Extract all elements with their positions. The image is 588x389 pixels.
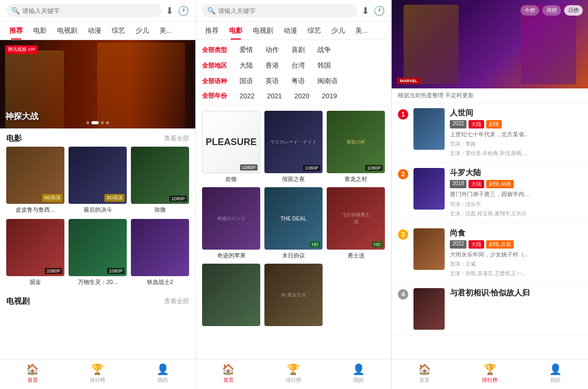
content-card-dragon[interactable]: 黄龍の村 1080P 黄龙之村 [327, 111, 385, 183]
left-tab-recommend[interactable]: 推荐 [4, 22, 28, 40]
content-card-miracle[interactable]: 奇迹のリンゴ 奇迹的苹果 [202, 187, 260, 260]
left-tab-tv[interactable]: 电视剧 [52, 22, 83, 40]
middle-profile-icon: 👤 [352, 363, 365, 375]
filter-2020[interactable]: 2020 [292, 91, 312, 101]
content-card-extra2[interactable]: 钢·魔金瓦传 [264, 264, 323, 328]
middle-tab-more[interactable]: 美... [350, 22, 373, 40]
movie-card-4[interactable]: 1080P 万物生灵：20... [69, 219, 127, 286]
right-tab-today[interactable]: 今榜 [520, 5, 539, 16]
movie-card-2[interactable]: 1080P 弥撒 [131, 147, 189, 214]
rank-title-4: 与君初相识·恰似故人归 [450, 288, 582, 298]
movie-card-1[interactable]: BD高清 最后的决斗 [69, 147, 127, 214]
middle-content-grid: PLEASURE 1080P 欢愉 マスカレード・ナイト 1080P 假面之夜 … [196, 106, 391, 333]
middle-tab-movie[interactable]: 电影 [224, 22, 248, 40]
filter-tw[interactable]: 台湾 [289, 60, 307, 71]
filter-year-label: 全部年份 [202, 92, 229, 100]
rank-tag-genre-1: 剧情 [486, 120, 502, 128]
middle-nav-profile[interactable]: 👤 我的 [326, 363, 391, 384]
ranking-item-2[interactable]: 2 斗罗大陆 2018 大陆 剧情,动画 唐门外门弟子唐三，因偷学内... 导演… [392, 163, 588, 223]
movie-card-3[interactable]: 1080P 掘金 [6, 219, 64, 286]
middle-tab-tv[interactable]: 电视剧 [248, 22, 278, 40]
rank-tags-1: 2022 大陆 剧情 [450, 120, 582, 128]
middle-history-icon[interactable]: 🕐 [373, 5, 385, 17]
left-nav-home[interactable]: 🏠 首页 [0, 363, 65, 384]
rank-title-1: 人世间 [450, 108, 582, 118]
filter-mainland[interactable]: 大陆 [237, 60, 255, 71]
rank-director-3: 导演：王威 [450, 261, 582, 268]
middle-tab-variety[interactable]: 综艺 [302, 22, 326, 40]
right-hero: MARVEL 今榜 周榜 日榜 [392, 0, 588, 88]
left-nav-profile[interactable]: 👤 我的 [130, 363, 195, 384]
content-thumb-warrior: 飞行保镖勇士连 HD [327, 187, 385, 250]
movie-card-5[interactable]: 铁血战士2 [131, 219, 189, 286]
ranking-item-1[interactable]: 1 人世间 2022 大陆 剧情 上世纪七十年代末，北方某省... 导演：李路 … [392, 103, 588, 163]
left-tv-more[interactable]: 查看全部 [164, 297, 189, 306]
right-nav-ranking[interactable]: 🏆 排行榜 [457, 363, 523, 384]
content-card-pleasure[interactable]: PLEASURE 1080P 欢愉 [202, 111, 260, 183]
filter-kr[interactable]: 韩国 [315, 60, 333, 71]
dot-3 [101, 121, 104, 124]
content-thumb-extra1 [202, 264, 260, 326]
filter-action[interactable]: 动作 [263, 44, 281, 56]
ranking-item-3[interactable]: 3 尚食 2022 大陆 剧情,古装 大明永乐年间，少女姚子衿（... 导演：王… [392, 223, 588, 283]
left-tab-variety[interactable]: 综艺 [106, 22, 130, 40]
filter-2021[interactable]: 2021 [265, 91, 284, 101]
right-bottom-nav: 🏠 首页 🏆 排行榜 👤 我的 [392, 359, 588, 389]
filter-hk[interactable]: 香港 [263, 60, 281, 71]
filter-comedy[interactable]: 喜剧 [289, 44, 307, 56]
movie-thumb-0: BD高清 [6, 147, 64, 204]
pleasure-quality: 1080P [240, 164, 258, 171]
middle-nav-home[interactable]: 🏠 首页 [196, 363, 261, 384]
filter-2022[interactable]: 2022 [237, 91, 257, 101]
filter-mandarin[interactable]: 国语 [237, 75, 255, 87]
rank-director-2: 导演：沈乐平 [450, 201, 582, 208]
filter-love[interactable]: 爱情 [237, 44, 255, 56]
warrior-quality: HD [372, 241, 383, 248]
middle-tab-anime[interactable]: 动漫 [278, 22, 302, 40]
left-tab-movie[interactable]: 电影 [28, 22, 52, 40]
middle-search-bar: 🔍 ⬇ 🕐 [196, 0, 391, 22]
left-tab-more[interactable]: 美... [154, 22, 177, 40]
left-tab-anime[interactable]: 动漫 [83, 22, 106, 40]
content-card-extra1[interactable] [202, 264, 260, 328]
left-search-input[interactable] [22, 7, 156, 15]
middle-home-icon: 🏠 [222, 363, 235, 375]
movie-card-0[interactable]: BD高清 皮皮鲁与鲁西... [6, 147, 64, 214]
middle-search-wrap[interactable]: 🔍 [202, 4, 357, 17]
left-hero-banner[interactable]: 腾讯视频 VIP 神探大战 [0, 40, 195, 128]
content-card-warrior[interactable]: 飞行保镖勇士连 HD 勇士连 [327, 187, 385, 260]
rank-tag-region-3: 大陆 [469, 240, 484, 249]
left-nav-ranking[interactable]: 🏆 排行榜 [65, 363, 130, 384]
rank-tag-year-2: 2018 [450, 180, 466, 188]
filter-hokkien[interactable]: 闽南语 [315, 75, 340, 87]
left-home-icon: 🏠 [26, 363, 39, 375]
filter-2019[interactable]: 2019 [320, 91, 339, 101]
middle-home-label: 首页 [223, 377, 234, 384]
filter-cantonese[interactable]: 粤语 [289, 75, 307, 87]
middle-search-input[interactable] [218, 7, 352, 15]
ranking-list: 1 人世间 2022 大陆 剧情 上世纪七十年代末，北方某省... 导演：李路 … [392, 103, 588, 359]
filter-war[interactable]: 战争 [315, 44, 333, 56]
left-download-icon[interactable]: ⬇ [166, 5, 173, 17]
ranking-item-4[interactable]: 4 与君初相识·恰似故人归 [392, 283, 588, 335]
left-tab-kids[interactable]: 少儿 [130, 22, 154, 40]
middle-nav-ranking[interactable]: 🏆 排行榜 [261, 363, 326, 384]
movie-thumb-2: 1080P [131, 147, 189, 204]
middle-tab-kids[interactable]: 少儿 [326, 22, 350, 40]
content-card-deal[interactable]: THE DEAL HD 末日协议 [264, 187, 323, 260]
filter-english[interactable]: 英语 [263, 75, 281, 87]
left-movies-more[interactable]: 查看全部 [164, 134, 189, 143]
middle-download-icon[interactable]: ⬇ [362, 5, 369, 17]
rank-number-1: 1 [398, 109, 408, 120]
left-history-icon[interactable]: 🕐 [178, 5, 189, 17]
right-tab-week[interactable]: 周榜 [542, 5, 561, 16]
middle-tab-recommend[interactable]: 推荐 [200, 22, 224, 40]
left-search-wrap[interactable]: 🔍 [6, 4, 162, 17]
content-card-mask[interactable]: マスカレード・ナイト 1080P 假面之夜 [264, 111, 323, 183]
left-movie-grid-row2: 1080P 掘金 1080P 万物生灵：20... 铁血战士2 [0, 219, 195, 291]
rank-cast-2: 主演：沈磊,程玉珠,黄翔宇,王肖兵 [450, 210, 582, 217]
rank-title-3: 尚食 [450, 228, 582, 238]
right-nav-profile[interactable]: 👤 我的 [523, 363, 588, 384]
right-nav-home[interactable]: 🏠 首页 [392, 363, 457, 384]
right-tab-day[interactable]: 日榜 [564, 5, 583, 16]
